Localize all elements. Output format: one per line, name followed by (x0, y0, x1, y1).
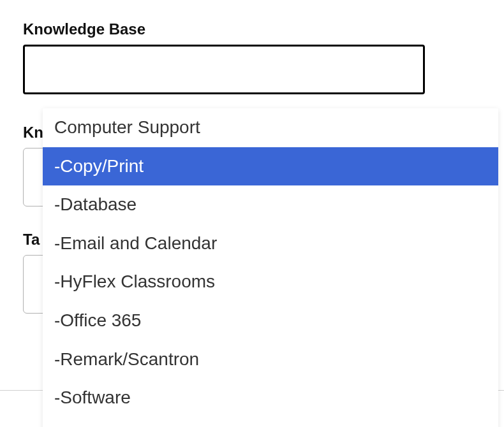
dropdown-item-hyflex-classrooms[interactable]: -HyFlex Classrooms (43, 263, 498, 301)
dropdown-item-email-and-calendar[interactable]: -Email and Calendar (43, 224, 498, 263)
knowledge-base-input[interactable] (23, 45, 425, 94)
dropdown-item-remark-scantron[interactable]: -Remark/Scantron (43, 340, 498, 379)
dropdown-item-copy-print[interactable]: -Copy/Print (43, 147, 498, 186)
dropdown-item-computer-support[interactable]: Computer Support (43, 108, 498, 147)
dropdown-item-vapps[interactable]: -vApps (43, 417, 498, 427)
dropdown-item-software[interactable]: -Software (43, 379, 498, 417)
knowledge-base-dropdown[interactable]: Computer Support -Copy/Print -Database -… (43, 108, 498, 427)
dropdown-item-office-365[interactable]: -Office 365 (43, 301, 498, 340)
dropdown-item-database[interactable]: -Database (43, 185, 498, 224)
knowledge-base-label: Knowledge Base (23, 20, 481, 38)
